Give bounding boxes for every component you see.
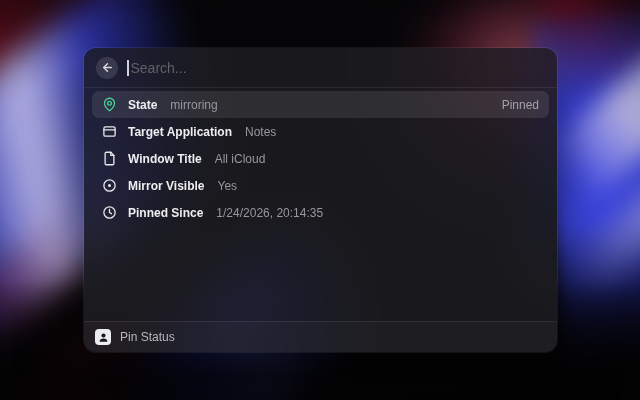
list-item-mirror-visible[interactable]: Mirror Visible Yes [92, 172, 549, 199]
app-window-icon [102, 124, 117, 139]
list-item-label: Mirror Visible [128, 179, 204, 193]
detail-list: State mirroring Pinned Target Applicatio… [84, 88, 557, 321]
list-item-label: Target Application [128, 125, 232, 139]
list-item-accessory: Pinned [502, 98, 539, 112]
list-item-value: Notes [245, 125, 531, 139]
list-item-label: Window Title [128, 152, 202, 166]
search-bar [84, 48, 557, 88]
list-item-target-application[interactable]: Target Application Notes [92, 118, 549, 145]
eye-icon [102, 178, 117, 193]
back-button[interactable] [96, 57, 118, 79]
arrow-left-icon [101, 61, 114, 74]
list-item-window-title[interactable]: Window Title All iCloud [92, 145, 549, 172]
list-item-label: Pinned Since [128, 206, 203, 220]
document-icon [102, 151, 117, 166]
command-palette-window: State mirroring Pinned Target Applicatio… [84, 48, 557, 352]
list-item-value: Yes [217, 179, 531, 193]
footer-command-title: Pin Status [120, 330, 175, 344]
clock-icon [102, 205, 117, 220]
list-item-value: All iCloud [215, 152, 531, 166]
location-pin-icon [102, 97, 117, 112]
search-input[interactable] [129, 60, 546, 76]
list-item-state[interactable]: State mirroring Pinned [92, 91, 549, 118]
list-item-value: 1/24/2026, 20:14:35 [216, 206, 531, 220]
list-item-pinned-since[interactable]: Pinned Since 1/24/2026, 20:14:35 [92, 199, 549, 226]
list-item-value: mirroring [170, 98, 493, 112]
extension-icon [95, 329, 111, 345]
list-item-label: State [128, 98, 157, 112]
footer-bar: Pin Status [84, 321, 557, 352]
